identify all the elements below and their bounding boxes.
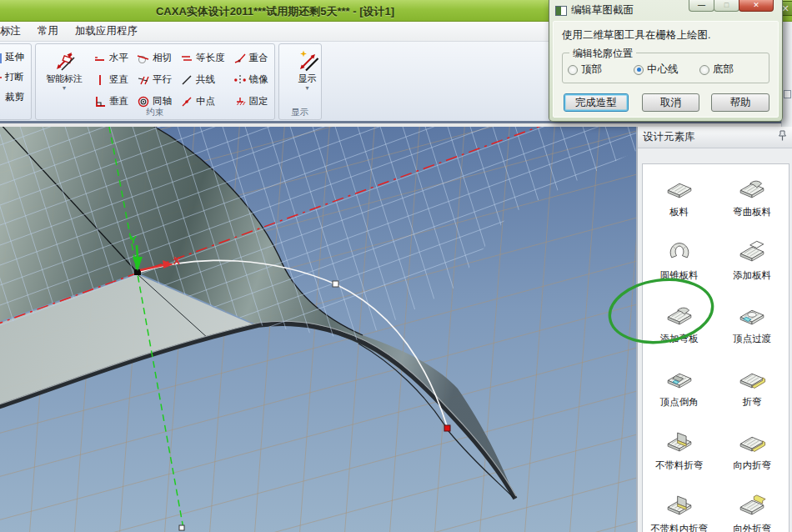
viewport-3d-scene[interactable]: X Y [0, 127, 636, 532]
library-item-label: 不带料内折弯 [650, 524, 708, 532]
dialog-title: 编辑草图截面 [571, 3, 634, 18]
ribbon-group-edit: ▾延伸▾打断✂裁剪 改 [0, 43, 32, 120]
edit-sketch-dialog[interactable]: 编辑草图截面 — □ ✕ 使用二维草图工具在栅格上绘图. 编辑轮廓位置 顶部中心… [549, 0, 783, 122]
vertexT-icon [735, 303, 769, 331]
groupbox-label: 编辑轮廓位置 [569, 47, 636, 61]
library-item-6[interactable]: 顶点过渡 [716, 296, 789, 359]
edit-tool-2[interactable]: ▾打断 [0, 68, 28, 86]
edit-tool-label: 延伸 [5, 51, 24, 63]
foldout-icon [735, 493, 769, 521]
constraint-parallel-button[interactable]: 平行 [134, 69, 174, 90]
constraint-label: 相切 [153, 52, 172, 64]
constraint-equal-button[interactable]: 等长度 [178, 48, 228, 68]
caxa-main-window: CAXA实体设计2011***试用期还剩5天*** - [设计1] ✕ 标注 常… [0, 0, 792, 532]
radio-top[interactable]: 顶部 [568, 63, 634, 77]
chevron-down-icon[interactable]: ▾ [305, 85, 308, 92]
collinear-icon [180, 73, 193, 87]
addplate-icon [735, 239, 769, 268]
plate-icon [663, 176, 696, 204]
minimize-button[interactable]: — [689, 0, 714, 12]
constraint-coincide-button[interactable]: 重合 [231, 48, 271, 68]
fold-icon [735, 366, 769, 394]
display-button[interactable]: 显示 ▾ [283, 47, 333, 92]
constraint-label: 水平 [109, 52, 128, 64]
library-item-label: 顶点过渡 [733, 334, 771, 344]
cancel-button[interactable]: 取消 [642, 93, 700, 112]
library-item-4[interactable]: 添加板料 [716, 233, 789, 296]
radio-centerline[interactable]: 中心线 [634, 63, 699, 77]
edit-tool-label: 打断 [5, 71, 24, 83]
constraint-label: 共线 [196, 73, 215, 86]
library-item-7[interactable]: 顶点倒角 [643, 359, 716, 423]
library-item-11[interactable]: 不带料内折弯 [643, 486, 716, 532]
library-item-1[interactable]: 板料 [643, 169, 716, 233]
dialog-window-buttons: — □ ✕ [689, 0, 774, 12]
constraint-label: 平行 [153, 73, 172, 86]
parallel-icon [137, 73, 150, 87]
svg-text:✂: ✂ [0, 92, 1, 104]
spline-endpoint-selected[interactable] [444, 425, 450, 431]
library-item-label: 圆锥板料 [660, 270, 699, 281]
tab-load-apps[interactable]: 加载应用程序 [67, 22, 146, 41]
design-library-panel: 设计元素库 板料弯曲板料圆锥板料添加板料添加弯板顶点过渡顶点倒角折弯不带料折弯向… [636, 127, 792, 532]
constraint-label: 固定 [249, 95, 268, 108]
break-icon [0, 71, 3, 84]
dialog-body: 使用二维草图工具在栅格上绘图. 编辑轮廓位置 顶部中心线底部 完成造型取消帮助 [553, 21, 779, 118]
bend-icon [663, 303, 696, 331]
flange-icon [663, 429, 696, 458]
library-item-3[interactable]: 圆锥板料 [643, 233, 716, 296]
constraint-tangent-button[interactable]: 相切 [134, 48, 174, 68]
display-button-label: 显示 [298, 73, 317, 85]
help-button[interactable]: 帮助 [711, 93, 769, 112]
constraint-label: 中点 [196, 95, 215, 108]
constraint-collinear-button[interactable]: 共线 [178, 69, 228, 90]
library-item-12[interactable]: 向外折弯 [716, 486, 789, 532]
constraint-hline-button[interactable]: 水平 [91, 48, 131, 68]
edit-tool-label: 裁剪 [5, 91, 24, 103]
equal-icon [180, 52, 193, 65]
radio-dot[interactable] [634, 65, 644, 75]
vertexC-icon [663, 366, 696, 394]
mirror-icon [233, 73, 247, 87]
spline-control-point[interactable] [333, 281, 338, 287]
construction-endpoint[interactable] [179, 525, 184, 530]
chevron-down-icon[interactable]: ▾ [63, 85, 66, 92]
profile-position-groupbox: 编辑轮廓位置 顶部中心线底部 [562, 53, 769, 83]
edit-tool-3[interactable]: ✂裁剪 [0, 88, 28, 106]
constraint-vline-button[interactable]: 竖直 [91, 69, 131, 90]
radio-label: 顶部 [581, 63, 602, 77]
library-item-label: 添加板料 [733, 270, 771, 281]
library-item-8[interactable]: 折弯 [716, 359, 789, 423]
panel-header: 设计元素库 [638, 127, 792, 148]
constraint-label: 重合 [249, 52, 268, 64]
window-title: CAXA实体设计2011***试用期还剩5天*** - [设计1] [0, 4, 550, 19]
smart-dimension-icon [53, 48, 76, 72]
y-axis-label: Y [130, 234, 137, 246]
extend-icon [0, 51, 3, 64]
radio-dot[interactable] [699, 65, 709, 75]
close-button[interactable]: ✕ [739, 0, 774, 12]
finish-shape-button[interactable]: 完成造型 [564, 93, 629, 112]
constraint-label: 竖直 [109, 73, 128, 86]
library-item-label: 添加弯板 [660, 334, 699, 344]
tab-annotate[interactable]: 标注 [0, 22, 29, 41]
library-item-9[interactable]: 不带料折弯 [643, 423, 716, 486]
library-item-label: 向外折弯 [733, 524, 771, 532]
constraint-label: 垂直 [109, 95, 128, 108]
tab-common[interactable]: 常用 [29, 22, 67, 41]
pin-icon[interactable] [778, 130, 787, 145]
ribbon-group-constraint-label: 约束 [36, 107, 274, 118]
constraint-mirror-button[interactable]: 镜像 [231, 69, 271, 90]
radio-dot[interactable] [568, 65, 578, 75]
edit-tool-1[interactable]: ▾延伸 [0, 48, 28, 66]
smart-dimension-button[interactable]: 智能标注 ▾ [39, 47, 89, 108]
trim-icon: ✂ [0, 91, 3, 104]
library-item-5[interactable]: 添加弯板 [643, 296, 716, 359]
ribbon-group-display-label: 显示 [279, 107, 321, 118]
library-item-10[interactable]: 向内折弯 [716, 423, 789, 486]
ribbon-group-edit-label: 改 [0, 107, 31, 118]
library-item-2[interactable]: 弯曲板料 [716, 169, 789, 233]
library-item-label: 板料 [669, 207, 689, 218]
smart-dimension-label: 智能标注 [46, 73, 83, 85]
radio-bottom[interactable]: 底部 [699, 63, 765, 77]
